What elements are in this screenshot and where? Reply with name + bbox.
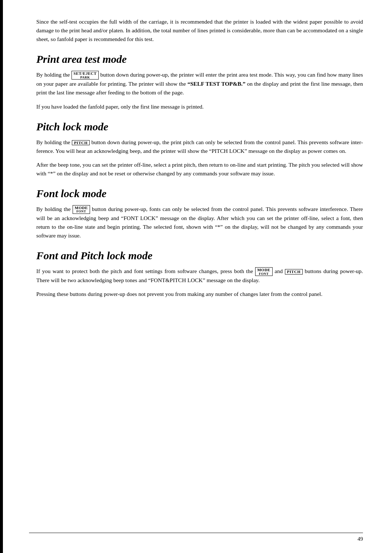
page-number: 49 <box>358 536 363 542</box>
font-pitch-para-1: If you want to protect both the pitch an… <box>36 267 363 285</box>
set-eject-park-button: SET/EJECT PARK <box>72 71 99 80</box>
print-area-para-2: If you have loaded the fanfold paper, on… <box>36 102 363 111</box>
heading-font-lock-mode: Font lock mode <box>36 187 363 200</box>
heading-print-area-test-mode: Print area test mode <box>36 53 363 65</box>
pitch-lock-para-2: After the beep tone, you can set the pri… <box>36 160 363 178</box>
left-bar <box>0 0 3 553</box>
mode-font-button-1: MODE FONT <box>73 205 90 214</box>
page: Since the self-test occupies the full wi… <box>0 0 392 553</box>
bottom-rule <box>29 533 363 533</box>
pitch-lock-para-1: By holding the PITCH button down during … <box>36 138 363 155</box>
mode-font-button-2: MODE FONT <box>255 267 273 276</box>
pitch-button-2: PITCH <box>285 269 303 274</box>
intro-paragraph: Since the self-test occupies the full wi… <box>36 17 363 44</box>
pitch-button: PITCH <box>72 140 90 145</box>
heading-pitch-lock-mode: Pitch lock mode <box>36 121 363 133</box>
font-lock-para-1: By holding the MODE FONT button during p… <box>36 205 363 240</box>
heading-font-and-pitch-lock-mode: Font and Pitch lock mode <box>36 249 363 262</box>
font-pitch-para-2: Pressing these buttons during power-up d… <box>36 290 363 298</box>
print-area-para-1: By holding the SET/EJECT PARK button dow… <box>36 70 363 97</box>
